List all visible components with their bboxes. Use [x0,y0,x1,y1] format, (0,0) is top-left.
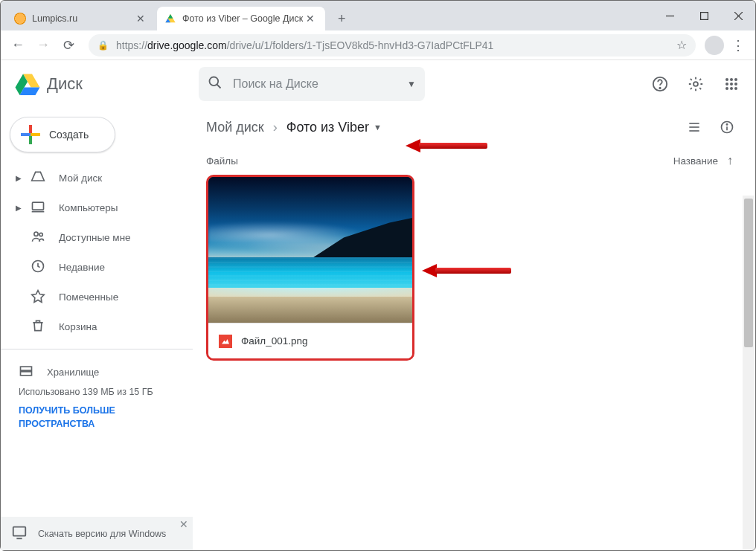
sidebar-item-trash[interactable]: Корзина [1,312,184,341]
profile-avatar-button[interactable] [705,36,724,55]
sidebar-item-shared[interactable]: Доступные мне [1,222,184,252]
svg-point-19 [730,83,733,86]
svg-rect-33 [13,527,26,536]
main-panel: Мой диск › Фото из Viber ▼ Файлы Названи… [193,108,755,550]
forward-button[interactable]: → [32,34,54,57]
tab-title: Фото из Viber – Google Диск [182,13,303,24]
svg-point-22 [730,87,733,90]
search-placeholder: Поиск на Диске [233,77,407,91]
browser-window: Lumpics.ru ✕ Фото из Viber – Google Диск… [0,0,756,551]
storage-usage-text: Использовано 139 МБ из 15 ГБ [19,387,178,397]
sidebar-item-mydrive[interactable]: ▶ Мой диск [1,163,184,193]
star-icon [31,289,45,306]
storage-upgrade-link[interactable]: ПОЛУЧИТЬ БОЛЬШЕ ПРОСТРАНСТВА [19,405,178,431]
svg-marker-24 [32,172,45,181]
lock-icon: 🔒 [97,40,109,51]
file-thumbnail [208,177,412,323]
chevron-right-icon: ▶ [16,174,22,182]
tab-title: Lumpics.ru [32,13,77,24]
back-button[interactable]: ← [7,34,29,57]
scrollbar[interactable] [743,196,755,550]
drive-logo[interactable]: Диск [14,71,193,97]
section-header: Файлы Название ↑ [206,146,740,175]
path-row: Мой диск › Фото из Viber ▼ [206,108,740,146]
file-card[interactable]: Файл_001.png [206,175,414,361]
app-name: Диск [47,74,83,94]
svg-point-17 [734,78,737,81]
annotation-arrow [422,264,511,277]
create-button-label: Создать [49,129,89,141]
drive-logo-icon [14,71,41,97]
svg-point-13 [659,88,660,88]
search-icon [208,75,222,94]
trash-icon [31,318,45,335]
info-button[interactable] [714,114,740,141]
promo-text: Скачать версию для Windows [38,529,166,539]
create-button[interactable]: Создать [10,117,115,152]
list-view-button[interactable] [681,114,708,141]
content-area: Создать ▶ Мой диск ▶ Компьютеры Доступны… [1,108,755,550]
svg-point-15 [725,78,728,81]
favicon-icon [164,13,176,25]
svg-point-14 [693,82,698,86]
svg-rect-4 [700,12,708,19]
breadcrumb-current-label: Фото из Viber [286,120,369,135]
svg-marker-30 [32,290,45,302]
file-meta: Файл_001.png [208,323,412,358]
settings-button[interactable] [681,69,711,99]
file-grid: Файл_001.png [206,175,740,361]
favicon-icon [14,13,26,25]
svg-point-27 [34,232,38,236]
window-controls [653,1,755,30]
maximize-button[interactable] [687,1,721,30]
scrollbar-thumb[interactable] [744,199,753,347]
svg-point-16 [730,78,733,81]
computer-icon [31,199,45,216]
storage-section: Хранилище Использовано 139 МБ из 15 ГБ П… [1,357,193,431]
tab-close-button[interactable]: ✕ [303,13,318,25]
people-icon [31,229,45,246]
bookmark-star-icon[interactable]: ☆ [676,38,687,52]
sort-label[interactable]: Название [673,155,718,167]
help-button[interactable] [645,69,675,99]
search-input[interactable]: Поиск на Диске ▼ [199,67,425,101]
browser-tab-0[interactable]: Lumpics.ru ✕ [7,7,156,30]
drive-icon [31,170,45,187]
svg-point-40 [726,124,727,125]
apps-grid-button[interactable] [717,69,746,99]
address-bar: ← → ⟳ 🔒 https://drive.google.com/drive/u… [1,30,755,60]
breadcrumb-current[interactable]: Фото из Viber ▼ [286,120,382,135]
browser-menu-button[interactable]: ⋮ [727,34,749,57]
promo-close-button[interactable]: ✕ [179,518,188,530]
close-window-button[interactable] [721,1,755,30]
app-header: Диск Поиск на Диске ▼ [1,60,755,108]
svg-rect-32 [21,371,32,375]
svg-marker-1 [168,14,173,19]
svg-rect-25 [33,202,44,210]
sort-direction-button[interactable]: ↑ [727,154,733,167]
download-promo[interactable]: Скачать версию для Windows ✕ [1,517,193,550]
section-label: Файлы [206,155,673,167]
new-tab-button[interactable]: + [331,8,352,29]
breadcrumb-root[interactable]: Мой диск [206,120,264,135]
svg-point-21 [725,87,728,90]
reload-button[interactable]: ⟳ [57,34,80,57]
search-options-dropdown-icon[interactable]: ▼ [407,79,416,89]
svg-point-23 [734,87,737,90]
nav-label: Мой диск [59,173,102,184]
svg-point-10 [210,77,219,86]
tab-close-button[interactable]: ✕ [133,13,148,25]
svg-point-20 [734,83,737,86]
divider [1,349,193,349]
svg-point-28 [39,233,42,236]
sidebar-item-computers[interactable]: ▶ Компьютеры [1,193,184,222]
sidebar-item-starred[interactable]: Помеченные [1,282,184,312]
nav-label: Корзина [59,321,97,332]
omnibox[interactable]: 🔒 https://drive.google.com/drive/u/1/fol… [89,34,696,57]
sidebar-item-storage[interactable]: Хранилище [16,357,178,387]
titlebar: Lumpics.ru ✕ Фото из Viber – Google Диск… [1,1,755,30]
sidebar-item-recent[interactable]: Недавние [1,252,184,282]
minimize-button[interactable] [653,1,687,30]
plus-icon [21,125,40,144]
browser-tab-1[interactable]: Фото из Viber – Google Диск ✕ [157,7,325,30]
